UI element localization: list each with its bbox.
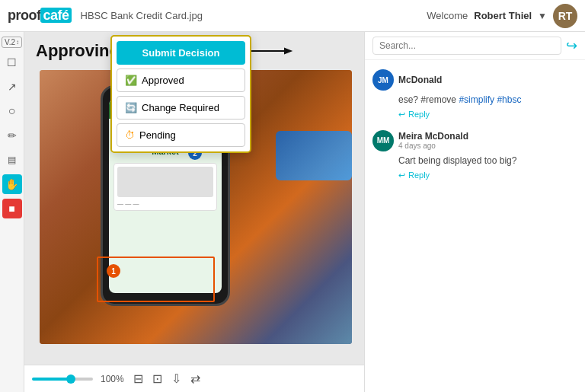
pending-option[interactable]: ⏱ Pending <box>117 123 245 147</box>
header: proofcafé HBSC Bank Credit Card.jpg Welc… <box>0 0 585 32</box>
color-swatch[interactable]: ■ <box>2 199 22 218</box>
comment-meta-1: McDonald <box>398 75 442 85</box>
comment-author-1: McDonald <box>398 75 442 85</box>
welcome-text: Welcome <box>427 10 468 21</box>
compare-icon[interactable]: ⊟ <box>133 371 143 386</box>
annotation-marker-1[interactable]: 1 <box>107 264 120 278</box>
phone-product-box: — — — <box>113 163 217 211</box>
canvas-area: Approving a Design/Proof ≡ 🛒 <box>24 32 364 392</box>
approved-option[interactable]: ✅ Approved <box>117 69 245 92</box>
reply-label-2: Reply <box>408 171 430 180</box>
approved-label: Approved <box>142 75 184 86</box>
reply-icon-2: ↩ <box>398 171 405 180</box>
change-required-option[interactable]: 🔄 Change Required <box>117 96 245 120</box>
comment-time-2: 4 days ago <box>398 142 468 150</box>
right-panel: ↪ JM McDonald ese? #remove #simplify #hb… <box>364 32 585 392</box>
reply-icon-1: ↩ <box>398 110 405 120</box>
credit-card <box>276 131 352 180</box>
user-name: Robert Thiel <box>474 10 532 21</box>
zoom-slider-thumb[interactable] <box>66 374 75 384</box>
change-icon: 🔄 <box>125 102 137 113</box>
version-arrow: ↕ <box>16 39 19 46</box>
check-icon: ✅ <box>125 75 137 86</box>
download-icon[interactable]: ⇩ <box>171 371 181 386</box>
change-required-label: Change Required <box>142 102 219 113</box>
submit-decision-button[interactable]: Submit Decision <box>117 41 245 65</box>
avatar: RT <box>553 4 577 28</box>
select-tool[interactable]: ☐ <box>2 53 22 72</box>
svg-marker-1 <box>284 48 292 55</box>
arrow-tool[interactable]: ↗ <box>2 77 22 97</box>
logo-proof: proof <box>8 8 40 23</box>
logo: proofcafé <box>8 8 72 24</box>
swap-icon[interactable]: ⇄ <box>190 371 200 386</box>
pending-icon: ⏱ <box>125 129 135 141</box>
comment-avatar-2: MM <box>372 130 394 151</box>
comment-header-2: MM Meira McDonald 4 days ago <box>372 130 577 151</box>
comment-item-2: MM Meira McDonald 4 days ago Cart being … <box>372 130 577 180</box>
annotation-box <box>97 257 215 302</box>
search-input[interactable] <box>372 37 561 55</box>
decision-overlay: Submit Decision ✅ Approved 🔄 Change Requ… <box>110 35 251 153</box>
comment-reply-2[interactable]: ↩ Reply <box>398 171 577 180</box>
comment-avatar-1: JM <box>372 69 394 91</box>
comments-section: JM McDonald ese? #remove #simplify #hbsc… <box>365 63 585 392</box>
file-name: HBSC Bank Credit Card.jpg <box>81 10 427 21</box>
pending-label: Pending <box>139 129 176 141</box>
bottom-bar: 100% ⊟ ⊡ ⇩ ⇄ <box>24 365 364 392</box>
hand-tool[interactable]: ✋ <box>2 174 22 194</box>
dropdown-arrow[interactable]: ▼ <box>538 11 547 21</box>
login-icon[interactable]: ↪ <box>566 37 577 54</box>
circle-tool[interactable]: ○ <box>2 101 22 121</box>
title-arrow <box>250 42 296 60</box>
version-label: V.2 <box>5 38 15 46</box>
zoom-slider-container: 100% <box>32 374 124 384</box>
header-right: Welcome Robert Thiel ▼ RT <box>427 4 577 28</box>
comment-reply-1[interactable]: ↩ Reply <box>398 110 577 120</box>
right-panel-search: ↪ <box>365 32 585 60</box>
comment-item: JM McDonald ese? #remove #simplify #hbsc… <box>372 69 577 120</box>
main-layout: V.2 ↕ ☐ ↗ ○ ✏ ▤ ✋ ■ Approving a Design/P… <box>0 32 585 392</box>
comment-meta-2: Meira McDonald 4 days ago <box>398 131 468 150</box>
version-badge[interactable]: V.2 ↕ <box>2 37 22 48</box>
pen-tool[interactable]: ✏ <box>2 126 22 145</box>
logo-cafe: café <box>40 8 71 23</box>
comment-author-2: Meira McDonald <box>398 131 468 142</box>
stamp-tool[interactable]: ▤ <box>2 150 22 170</box>
toolbar: V.2 ↕ ☐ ↗ ○ ✏ ▤ ✋ ■ <box>0 32 24 392</box>
comment-text-1: ese? #remove #simplify #hbsc <box>398 94 577 107</box>
reply-label-1: Reply <box>408 110 430 119</box>
fit-icon[interactable]: ⊡ <box>152 371 162 386</box>
comment-text-2: Cart being displayed too big? <box>398 155 577 167</box>
comment-header: JM McDonald <box>372 69 577 91</box>
zoom-slider[interactable] <box>32 378 93 381</box>
zoom-percent: 100% <box>101 374 124 384</box>
